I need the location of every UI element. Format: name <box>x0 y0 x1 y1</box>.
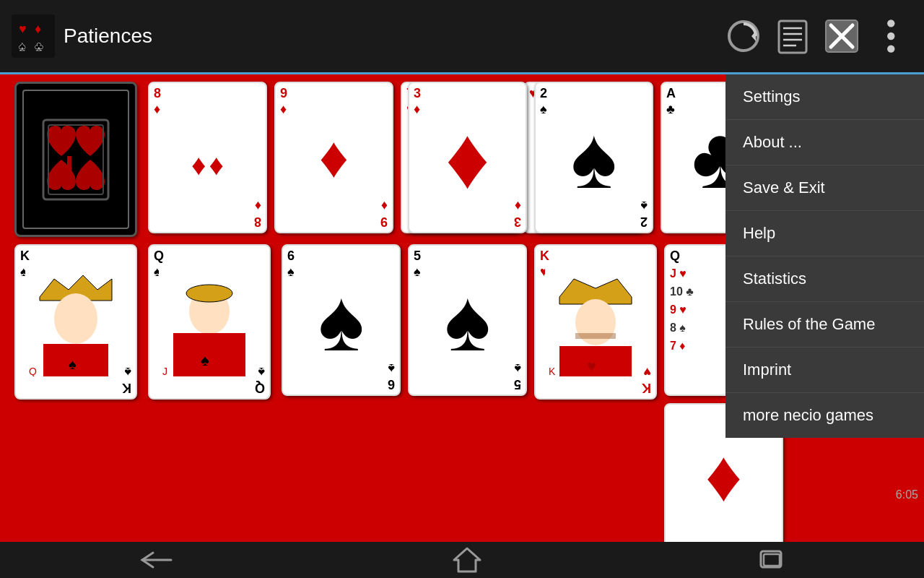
back-button[interactable] <box>139 549 175 571</box>
svg-point-30 <box>186 285 232 302</box>
menu-imprint[interactable]: Imprint <box>725 348 924 393</box>
menu-statistics[interactable]: Statistics <box>725 256 924 302</box>
refresh-button[interactable] <box>722 14 765 58</box>
menu-about[interactable]: About ... <box>725 120 924 165</box>
topbar: ♥ ♦ ♠ ♣ Patiences <box>0 0 924 72</box>
save-button[interactable] <box>771 14 814 58</box>
card-6-spades[interactable]: 6♠ ♠ 6♠ <box>282 244 401 396</box>
card-2-spades[interactable]: 2♠ ♠ 2♠ <box>534 82 653 233</box>
menu-save-exit[interactable]: Save & Exit <box>725 165 924 211</box>
svg-marker-6 <box>751 31 756 41</box>
svg-rect-31 <box>173 333 245 376</box>
svg-text:K: K <box>549 366 556 376</box>
svg-text:♥: ♥ <box>587 357 596 375</box>
svg-text:♥: ♥ <box>29 376 35 376</box>
svg-text:♠: ♠ <box>201 351 209 369</box>
svg-text:♥: ♥ <box>19 22 27 36</box>
svg-rect-45 <box>764 554 780 566</box>
card-9-diamonds[interactable]: 9♦ ♦ 9♦ <box>274 82 393 233</box>
svg-text:♥: ♥ <box>162 376 168 376</box>
svg-rect-38 <box>575 333 616 339</box>
card-king-spades[interactable]: K♠ ♠ Q ♥ K♠ <box>14 244 137 400</box>
svg-rect-0 <box>12 14 55 58</box>
svg-marker-43 <box>454 548 480 571</box>
svg-point-15 <box>887 20 894 27</box>
card-queen-spades[interactable]: Q♠ ♠ J ♥ Q♠ <box>148 244 271 400</box>
svg-text:♣: ♣ <box>35 39 43 53</box>
app-title: Patiences <box>64 25 716 48</box>
svg-text:♦: ♦ <box>35 22 41 36</box>
recents-button[interactable] <box>759 547 785 573</box>
dropdown-menu: Settings About ... Save & Exit Help Stat… <box>725 74 924 438</box>
menu-settings[interactable]: Settings <box>725 74 924 120</box>
menu-help[interactable]: Help <box>725 211 924 256</box>
svg-text:♠: ♠ <box>19 39 26 53</box>
more-button[interactable] <box>869 14 912 58</box>
card-king-hearts[interactable]: K♥ ♥ K K♥ <box>534 244 657 400</box>
card-5-spades[interactable]: 5♠ ♠ 5♠ <box>408 244 527 396</box>
menu-rules[interactable]: Rules of the Game <box>725 302 924 348</box>
svg-text:Q: Q <box>29 366 37 376</box>
bottombar <box>0 542 924 578</box>
time-display: 6:05 <box>896 488 918 501</box>
svg-point-17 <box>887 45 894 52</box>
app-icon: ♥ ♦ ♠ ♣ <box>12 14 55 58</box>
deck-card[interactable] <box>14 82 137 237</box>
svg-text:♠: ♠ <box>69 356 77 372</box>
svg-point-23 <box>54 293 97 344</box>
exit-button[interactable] <box>820 14 863 58</box>
svg-text:J: J <box>162 366 167 376</box>
card-3d-col[interactable]: 3♦ ♦ 3♦ <box>408 82 527 233</box>
card-8-diamonds[interactable]: 8♦ ♦ ♦ 8♦ <box>148 82 267 233</box>
svg-rect-7 <box>779 21 806 53</box>
home-button[interactable] <box>453 547 481 573</box>
svg-point-16 <box>887 33 894 40</box>
menu-more-games[interactable]: more necio games <box>725 393 924 438</box>
